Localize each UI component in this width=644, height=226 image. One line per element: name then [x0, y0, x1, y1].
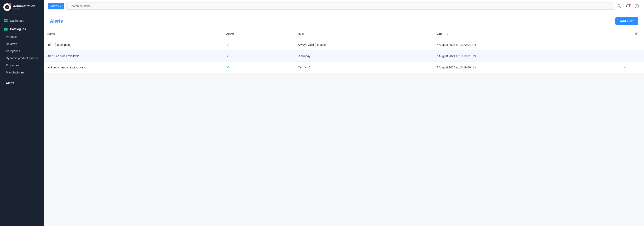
- app-logo: [3, 3, 11, 11]
- add-alert-button[interactable]: Add alert: [615, 17, 638, 25]
- col-rule-label: Rule: [298, 32, 304, 35]
- cell-active: ✓: [223, 62, 294, 73]
- svg-rect-3: [4, 21, 6, 22]
- cell-name: Info - fast shipping: [44, 39, 223, 50]
- sidebar-item-manufacturers[interactable]: Manufacturers: [0, 69, 44, 76]
- col-rule-options[interactable]: ···: [305, 32, 307, 35]
- properties-label: Properties: [6, 64, 19, 67]
- alerts-table: Name ··· Active ··· Rule: [44, 29, 644, 73]
- sidebar-item-products[interactable]: Products: [0, 33, 44, 40]
- alerts-label: Alerts: [6, 81, 14, 85]
- col-reset: ↺: [632, 29, 644, 39]
- filter-chevron-icon: ▾: [60, 4, 62, 8]
- app-title-block: Administration 6.6.4.0: [13, 4, 35, 10]
- sidebar: Administration 6.6.4.0 Dashboard Catalog…: [0, 0, 44, 226]
- col-rule: Rule ···: [294, 29, 433, 39]
- col-date-sort[interactable]: ▲: [446, 33, 449, 35]
- catalogues-icon: [4, 27, 8, 31]
- table-row: Alert - no stock available ✓ Is sunday 7…: [44, 50, 644, 62]
- cell-date: 7 August 2024 at 10:19:31 Uhr: [433, 50, 618, 62]
- cell-actions: ···: [618, 50, 632, 62]
- sidebar-nav: Dashboard Catalogues Products Reviews Ca…: [0, 14, 44, 226]
- active-checkmark: ✓: [226, 65, 229, 70]
- col-active-label: Active: [226, 32, 234, 35]
- dashboard-label: Dashboard: [10, 19, 24, 22]
- svg-rect-5: [4, 28, 6, 30]
- app-version: 6.6.4.0: [13, 8, 35, 10]
- sidebar-item-dashboard[interactable]: Dashboard: [0, 16, 44, 25]
- sidebar-item-reviews[interactable]: Reviews: [0, 40, 44, 47]
- manufacturers-label: Manufacturers: [6, 71, 24, 74]
- dashboard-icon: [4, 19, 8, 23]
- bell-icon-btn[interactable]: [625, 3, 631, 9]
- sidebar-item-categories[interactable]: Categories: [0, 47, 44, 55]
- col-actions-empty: [618, 29, 632, 39]
- page-title: Alerts: [50, 18, 63, 24]
- col-name-options[interactable]: ···: [56, 32, 58, 35]
- cell-rule: Cart >= 0: [294, 62, 433, 73]
- topbar: Alerts ▾ ?: [44, 0, 644, 12]
- reset-icon[interactable]: ↺: [635, 32, 638, 36]
- col-date: Date ··· ▲: [433, 29, 618, 39]
- cell-active: ✓: [223, 39, 294, 50]
- help-icon-btn[interactable]: ?: [634, 3, 640, 9]
- cell-extra: [632, 62, 644, 73]
- search-wrap: [66, 2, 614, 10]
- cell-extra: [632, 50, 644, 62]
- cell-date: 7 August 2024 at 10:19:06 Uhr: [433, 62, 618, 73]
- cell-date: 7 August 2024 at 10:20:04 Uhr: [433, 39, 618, 50]
- sidebar-item-properties[interactable]: Properties: [0, 62, 44, 69]
- row-actions-button[interactable]: ···: [621, 42, 628, 47]
- sidebar-item-catalogues[interactable]: Catalogues: [0, 25, 44, 33]
- sidebar-header: Administration 6.6.4.0: [0, 0, 44, 14]
- cell-rule: Always valid (Default): [294, 39, 433, 50]
- dynamic-product-groups-label: Dynamic product groups: [6, 56, 38, 60]
- page-header: Alerts Add alert: [44, 12, 644, 29]
- catalogues-label: Catalogues: [10, 27, 26, 31]
- sidebar-item-dynamic-product-groups[interactable]: Dynamic product groups: [0, 55, 44, 62]
- categories-label: Categories: [6, 49, 20, 53]
- col-active-options[interactable]: ···: [236, 32, 238, 35]
- cell-name: Notice - cheap shipping costs: [44, 62, 223, 73]
- app-title: Administration: [13, 4, 35, 8]
- svg-text:?: ?: [636, 5, 637, 8]
- col-name: Name ···: [44, 29, 223, 39]
- cell-extra: [632, 39, 644, 50]
- search-input[interactable]: [66, 2, 614, 10]
- table-header-row: Name ··· Active ··· Rule: [44, 29, 644, 39]
- table-row: Info - fast shipping ✓ Always valid (Def…: [44, 39, 644, 50]
- svg-rect-2: [6, 19, 8, 20]
- cell-actions: ···: [618, 39, 632, 50]
- svg-rect-4: [6, 21, 8, 22]
- col-date-label: Date: [436, 32, 442, 35]
- row-actions-button[interactable]: ···: [621, 65, 628, 70]
- sidebar-divider: [3, 78, 41, 78]
- cell-active: ✓: [223, 50, 294, 62]
- sidebar-item-alerts[interactable]: Alerts: [0, 80, 44, 87]
- col-name-label: Name: [48, 32, 55, 35]
- search-icon-btn[interactable]: [616, 3, 622, 9]
- svg-rect-6: [6, 28, 8, 30]
- col-date-options[interactable]: ···: [444, 32, 446, 35]
- main-area: Alerts ▾ ? Alerts Add alert: [44, 0, 644, 226]
- row-actions-button[interactable]: ···: [621, 53, 628, 59]
- bell-notification-dot: [629, 3, 630, 5]
- products-label: Products: [6, 35, 18, 38]
- topbar-actions: ?: [616, 3, 640, 9]
- filter-label: Alerts: [51, 4, 59, 8]
- svg-line-8: [620, 6, 621, 7]
- table-wrap: Name ··· Active ··· Rule: [44, 29, 644, 73]
- cell-rule: Is sunday: [294, 50, 433, 62]
- reviews-label: Reviews: [6, 42, 17, 46]
- svg-rect-1: [4, 19, 6, 20]
- cell-actions: ···: [618, 62, 632, 73]
- filter-button[interactable]: Alerts ▾: [48, 3, 64, 9]
- cell-name: Alert - no stock available: [44, 50, 223, 62]
- active-checkmark: ✓: [226, 43, 229, 47]
- notification-dot: [9, 3, 11, 5]
- active-checkmark: ✓: [226, 54, 229, 58]
- content-area: Alerts Add alert Name ···: [44, 12, 644, 226]
- table-row: Notice - cheap shipping costs ✓ Cart >= …: [44, 62, 644, 73]
- col-active: Active ···: [223, 29, 294, 39]
